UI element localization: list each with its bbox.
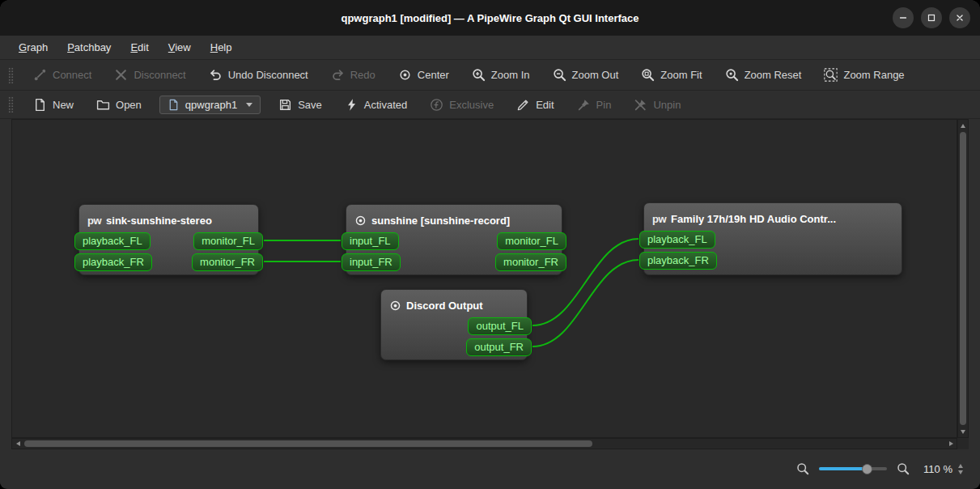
- port-monitor_FL[interactable]: monitor_FL: [497, 232, 566, 250]
- unpin-button[interactable]: Unpin: [629, 95, 685, 115]
- unpin-label: Unpin: [653, 99, 681, 111]
- node-family-hd-audio[interactable]: pw Family 17h/19h HD Audio Contr... play…: [643, 202, 902, 275]
- undo-disconnect-button[interactable]: Undo Disconnect: [204, 65, 313, 85]
- zoom-in-label: Zoom In: [491, 69, 530, 81]
- titlebar[interactable]: qpwgraph1 [modified] — A PipeWire Graph …: [0, 0, 980, 36]
- node-title-text: Family 17h/19h HD Audio Contr...: [671, 213, 836, 225]
- new-file-icon: [33, 98, 47, 112]
- open-button[interactable]: Open: [91, 95, 146, 115]
- menu-edit[interactable]: Edit: [123, 39, 155, 56]
- port-playback_FR[interactable]: playback_FR: [74, 253, 152, 271]
- activated-button[interactable]: Activated: [340, 95, 412, 115]
- node-title: pw Family 17h/19h HD Audio Contr...: [644, 203, 902, 231]
- edit-button[interactable]: Edit: [511, 95, 558, 115]
- port-monitor_FL[interactable]: monitor_FL: [193, 232, 263, 250]
- output-ports: output_FL output_FR: [466, 317, 532, 356]
- node-title-text: sink-sunshine-stereo: [106, 215, 212, 227]
- zoom-range-icon: [824, 68, 838, 82]
- minimize-button[interactable]: [893, 7, 914, 28]
- port-playback_FL[interactable]: playback_FL: [74, 232, 151, 250]
- zoom-range-button[interactable]: Zoom Range: [819, 65, 909, 85]
- menu-patchbay[interactable]: Patchbay: [60, 39, 118, 56]
- disconnect-label: Disconnect: [134, 69, 185, 81]
- app-window: qpwgraph1 [modified] — A PipeWire Graph …: [0, 0, 980, 489]
- port-playback_FR[interactable]: playback_FR: [639, 252, 717, 270]
- connect-button[interactable]: Connect: [28, 65, 96, 85]
- maximize-button[interactable]: [921, 7, 942, 28]
- node-sink-sunshine-stereo[interactable]: pw sink-sunshine-stereo playback_FL play…: [78, 204, 259, 275]
- node-title: Discord Output: [381, 290, 527, 317]
- scroll-left-arrow[interactable]: [13, 439, 23, 449]
- disconnect-button[interactable]: Disconnect: [109, 65, 190, 85]
- zoom-reset-button[interactable]: Zoom Reset: [720, 65, 807, 85]
- edit-pencil-icon: [516, 98, 530, 112]
- input-ports: playback_FL playback_FR: [74, 232, 152, 271]
- statusbar: 110 %: [0, 449, 980, 488]
- zoom-out-button[interactable]: Zoom Out: [548, 65, 624, 85]
- horizontal-scroll-handle[interactable]: [24, 440, 592, 447]
- port-input_FL[interactable]: input_FL: [342, 232, 399, 250]
- zoom-out-icon: [553, 68, 566, 82]
- lightning-icon: [345, 98, 358, 112]
- zoom-reset-icon: [725, 68, 739, 82]
- port-monitor_FR[interactable]: monitor_FR: [495, 253, 566, 271]
- scrollbar-corner: [957, 438, 969, 449]
- scroll-right-arrow[interactable]: [946, 439, 956, 449]
- center-icon: [398, 68, 412, 82]
- scroll-down-arrow[interactable]: [958, 427, 968, 436]
- port-output_FL[interactable]: output_FL: [468, 317, 532, 335]
- open-folder-icon: [96, 98, 110, 112]
- activated-label: Activated: [364, 99, 407, 111]
- exclusive-label: Exclusive: [449, 99, 494, 111]
- graph-view: pw sink-sunshine-stereo playback_FL play…: [11, 119, 969, 449]
- zoom-in-button[interactable]: Zoom In: [467, 65, 535, 85]
- zoom-slider-knob[interactable]: [862, 464, 872, 474]
- pipewire-icon: pw: [652, 213, 666, 225]
- zoom-fit-button[interactable]: Zoom Fit: [636, 65, 706, 85]
- window-controls: [893, 0, 970, 36]
- toolbar-drag-handle[interactable]: [8, 96, 14, 113]
- node-discord-output[interactable]: Discord Output output_FL output_FR: [380, 289, 528, 360]
- save-button[interactable]: Save: [274, 95, 327, 115]
- pin-label: Pin: [596, 99, 612, 111]
- patchbay-combobox[interactable]: qpwgraph1: [159, 96, 261, 114]
- port-input_FR[interactable]: input_FR: [342, 253, 401, 271]
- zoom-in-icon: [472, 68, 486, 82]
- port-output_FR[interactable]: output_FR: [466, 338, 532, 356]
- graph-canvas[interactable]: pw sink-sunshine-stereo playback_FL play…: [11, 119, 957, 438]
- toolbar-file: New Open qpwgraph1 Save Activated Exclus…: [0, 91, 980, 119]
- spin-up-arrow[interactable]: [958, 464, 963, 468]
- new-button[interactable]: New: [28, 95, 78, 115]
- toolbar-drag-handle[interactable]: [8, 67, 14, 83]
- new-label: New: [53, 99, 74, 111]
- zoom-slider[interactable]: [819, 467, 887, 470]
- close-button[interactable]: [949, 7, 970, 28]
- exclusive-button[interactable]: Exclusive: [425, 95, 498, 115]
- zoom-slider-min-icon[interactable]: [796, 462, 809, 475]
- input-ports: playback_FL playback_FR: [639, 231, 717, 270]
- horizontal-scrollbar[interactable]: [11, 438, 957, 449]
- record-icon: [354, 215, 367, 227]
- menu-view[interactable]: View: [161, 39, 198, 56]
- zoom-spinbox[interactable]: 110 %: [919, 461, 967, 478]
- redo-button[interactable]: Redo: [326, 65, 380, 85]
- node-title: sunshine [sunshine-record]: [346, 205, 562, 232]
- ports: playback_FL playback_FR monitor_FL monit…: [79, 232, 258, 276]
- scroll-up-arrow[interactable]: [958, 121, 968, 130]
- pin-button[interactable]: Pin: [572, 95, 617, 115]
- port-playback_FL[interactable]: playback_FL: [639, 231, 715, 249]
- node-sunshine-record[interactable]: sunshine [sunshine-record] input_FL inpu…: [346, 204, 562, 275]
- patchbay-file-icon: [168, 99, 180, 111]
- save-icon: [278, 98, 292, 112]
- menu-help[interactable]: Help: [203, 39, 240, 56]
- center-button[interactable]: Center: [393, 65, 454, 85]
- node-title: pw sink-sunshine-stereo: [79, 205, 258, 232]
- spin-down-arrow[interactable]: [958, 470, 963, 474]
- redo-label: Redo: [350, 69, 375, 81]
- zoom-fit-icon: [641, 68, 655, 82]
- vertical-scrollbar[interactable]: [957, 119, 969, 438]
- menu-graph[interactable]: Graph: [11, 39, 55, 56]
- zoom-slider-max-icon[interactable]: [897, 462, 910, 475]
- port-monitor_FR[interactable]: monitor_FR: [192, 253, 263, 271]
- vertical-scroll-handle[interactable]: [960, 132, 966, 425]
